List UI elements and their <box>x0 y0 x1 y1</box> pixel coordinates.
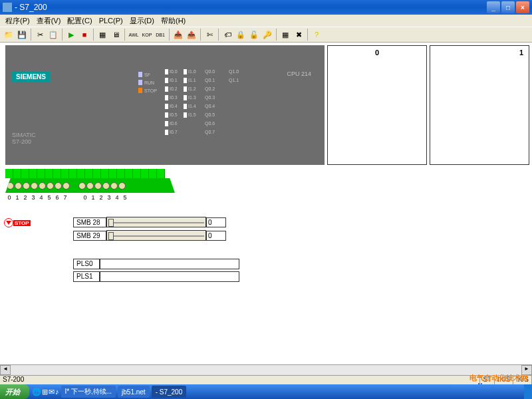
slider-thumb[interactable] <box>108 232 114 240</box>
smb28-label: SMB 28 <box>73 217 106 227</box>
db1-button[interactable]: DB1 <box>154 29 166 41</box>
pls0-row: PLS0 <box>73 259 239 269</box>
io-col-i0: I0.0I0.1I0.2I0.3I0.4I0.5I0.6I0.7 <box>165 69 178 137</box>
slider-thumb[interactable] <box>108 219 114 227</box>
horizontal-scrollbar[interactable]: ◄ ► <box>0 364 532 375</box>
start-button[interactable]: 开始 <box>0 384 29 399</box>
led-run <box>138 80 142 85</box>
smb29-slider[interactable] <box>106 230 206 241</box>
model-text: S7-200 <box>12 138 36 145</box>
status-leds: SF RUN STOP <box>138 70 157 94</box>
cpu-label: CPU 214 <box>287 70 311 77</box>
menu-display[interactable]: 显示(D) <box>127 16 157 26</box>
separator <box>31 29 31 41</box>
open-icon[interactable]: 📁 <box>3 29 15 41</box>
menu-view[interactable]: 查看(V) <box>34 16 64 26</box>
ql-icon[interactable]: 🌐 <box>32 388 41 396</box>
quick-launch: 🌐 ⊞ ✉ ♪ <box>32 388 59 396</box>
ql-icon[interactable]: ✉ <box>49 388 55 396</box>
maximize-button[interactable]: □ <box>501 1 515 13</box>
panel-1: 1 <box>430 45 529 165</box>
separator <box>62 29 63 41</box>
ql-icon[interactable]: ⊞ <box>42 388 48 396</box>
tool-icon[interactable]: 📥 <box>172 29 184 41</box>
led-sf <box>138 72 142 77</box>
app-icon <box>3 3 12 12</box>
task-label: I* 下一秒,待续... <box>65 387 112 396</box>
taskbar-item-active[interactable]: - S7_200 <box>152 386 187 398</box>
menubar: 程序(P) 查看(V) 配置(C) PLC(P) 显示(D) 帮助(H) <box>0 15 532 27</box>
menu-config[interactable]: 配置(C) <box>65 16 94 26</box>
stop-label: STOP <box>13 220 31 226</box>
smb29-label: SMB 29 <box>73 231 106 241</box>
scroll-track[interactable] <box>11 365 521 375</box>
simatic-text: SIMATIC <box>12 132 36 138</box>
terminal-pins <box>5 169 175 178</box>
stop-button[interactable]: STOP <box>4 218 31 227</box>
led-label: SF <box>144 72 150 77</box>
tool-icon[interactable]: ✖ <box>293 29 305 41</box>
minimize-button[interactable]: _ <box>487 1 500 13</box>
separator <box>307 29 308 41</box>
start-label: 开始 <box>5 387 20 397</box>
panel-0-header: 0 <box>328 46 426 59</box>
smb28-row: SMB 28 0 <box>73 217 226 227</box>
taskbar-item[interactable]: I* 下一秒,待续... <box>61 386 116 398</box>
menu-plc[interactable]: PLC(P) <box>96 17 126 25</box>
window-titlebar: - S7_200 _ □ × <box>0 0 532 15</box>
scroll-left-button[interactable]: ◄ <box>0 365 11 375</box>
monitor-icon[interactable]: 🖥 <box>110 29 122 41</box>
smb29-row: SMB 29 0 <box>73 230 226 241</box>
tool-icon[interactable]: ▦ <box>96 29 108 41</box>
pls1-row: PLS1 <box>73 271 239 282</box>
plc-module: SIEMENS SIMATIC S7-200 CPU 214 SF RUN ST… <box>5 45 325 165</box>
ql-icon[interactable]: ♪ <box>55 388 59 396</box>
io-col-i1: I1.0I1.1I1.2I1.3I1.4I1.5 <box>184 69 196 120</box>
kop-button[interactable]: KOP <box>141 29 153 41</box>
task-label: - S7_200 <box>156 388 183 396</box>
run-icon[interactable]: ▶ <box>65 29 77 41</box>
terminal-screws <box>5 178 175 193</box>
stop-circle-icon <box>4 218 13 227</box>
io-col-q0: Q0.0Q0.1Q0.2Q0.3Q0.4Q0.5Q0.6Q0.7 <box>205 69 215 137</box>
led-stop <box>138 88 142 93</box>
close-button[interactable]: × <box>516 1 529 13</box>
pls0-field[interactable] <box>100 259 239 269</box>
scissors-icon[interactable]: ✄ <box>203 29 215 41</box>
io-col-q1: Q1.0Q1.1 <box>229 69 239 85</box>
save-icon[interactable]: 💾 <box>16 29 28 41</box>
separator <box>169 29 170 41</box>
taskbar-item[interactable]: jb51.net <box>118 386 150 398</box>
system-tray[interactable] <box>524 384 532 399</box>
stop-icon[interactable]: ■ <box>78 29 90 41</box>
lock-icon[interactable]: 🔒 <box>235 29 247 41</box>
terminal-block: 01234567012345 <box>5 169 175 201</box>
help-icon[interactable]: ? <box>311 29 323 41</box>
menu-help[interactable]: 帮助(H) <box>158 16 188 26</box>
copy-icon[interactable]: 📋 <box>47 29 59 41</box>
task-label: jb51.net <box>122 388 146 396</box>
led-label: RUN <box>144 80 154 85</box>
pls1-label: PLS1 <box>73 271 100 282</box>
menu-program[interactable]: 程序(P) <box>3 16 33 26</box>
separator <box>200 29 201 41</box>
pls1-field[interactable] <box>100 271 239 282</box>
awl-button[interactable]: AWL <box>128 29 140 41</box>
key-icon[interactable]: 🔑 <box>261 29 273 41</box>
siemens-label: SIEMENS <box>12 72 50 82</box>
led-label: STOP <box>144 88 157 93</box>
unlock-icon[interactable]: 🔓 <box>248 29 260 41</box>
panel-1-header: 1 <box>430 46 529 59</box>
separator <box>93 29 94 41</box>
tool-icon[interactable]: 📤 <box>186 29 198 41</box>
smb28-slider[interactable] <box>106 217 206 227</box>
terminal-labels: 01234567012345 <box>5 194 175 201</box>
pls0-label: PLS0 <box>73 259 100 269</box>
client-area: SIEMENS SIMATIC S7-200 CPU 214 SF RUN ST… <box>0 43 532 375</box>
separator <box>124 29 125 41</box>
cut-icon[interactable]: ✂ <box>34 29 46 41</box>
separator <box>276 29 277 41</box>
grid-icon[interactable]: ▦ <box>279 29 291 41</box>
tag-icon[interactable]: 🏷 <box>221 29 233 41</box>
windows-taskbar: 开始 🌐 ⊞ ✉ ♪ I* 下一秒,待续... jb51.net - S7_20… <box>0 384 532 399</box>
